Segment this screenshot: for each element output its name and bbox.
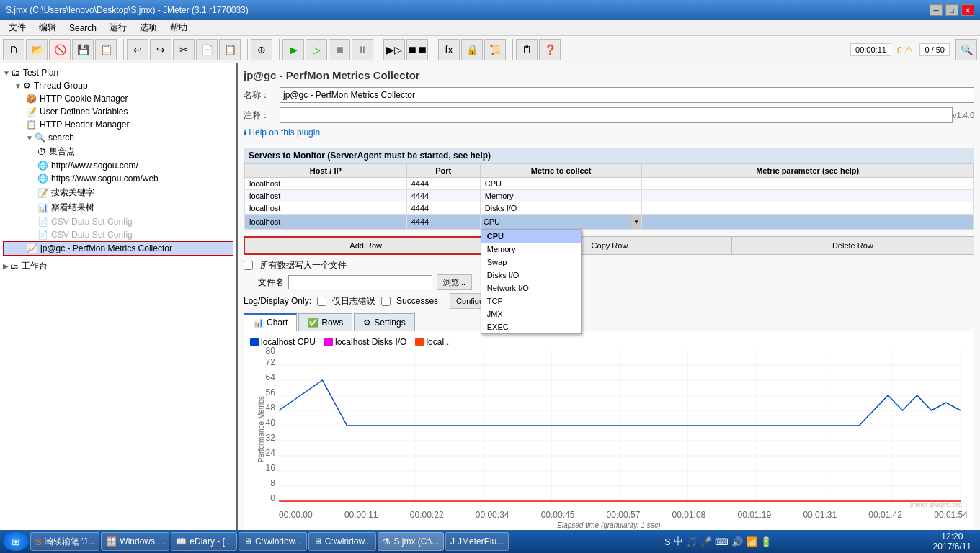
right-panel: jp@gc - PerfMon Metrics Collector 名称： 注释… <box>238 63 980 530</box>
function-helper[interactable]: fx <box>438 39 460 60</box>
tree-item-header[interactable]: 📋 HTTP Header Manager <box>3 118 233 131</box>
table-row-selected[interactable]: localhost 4444 ▼ <box>245 215 974 230</box>
minimize-button[interactable]: ─ <box>930 4 943 16</box>
dropdown-option-networkio[interactable]: Network I/O <box>481 282 581 295</box>
copy-button[interactable]: 📄 <box>196 39 218 60</box>
delete-row-button[interactable]: Delete Row <box>731 236 974 255</box>
dropdown-option-exec[interactable]: EXEC <box>481 320 581 333</box>
tree-item-csv2[interactable]: 📄 CSV Data Set Config <box>3 228 233 241</box>
x-axis: 00:00:00 00:00:11 00:00:22 00:00:34 00:0… <box>279 510 968 520</box>
tree-item-sogou1[interactable]: 🌐 http://www.sogou.com/ <box>3 159 233 172</box>
tree-item-testplan[interactable]: ▼ 🗂 Test Plan <box>3 66 233 79</box>
tree-item-keyword[interactable]: 📝 搜索关键字 <box>3 185 233 200</box>
save-as-button[interactable]: 📋 <box>95 39 117 60</box>
dropdown-option-swap[interactable]: Swap <box>481 256 581 269</box>
taskbar-item-3[interactable]: 🖥 C:\window... <box>239 532 307 551</box>
tab-rows[interactable]: ✅ Rows <box>298 313 352 331</box>
tree-label: 工作台 <box>22 260 48 272</box>
y-axis-label: Performance Metrics <box>257 396 265 462</box>
dropdown-option-cpu[interactable]: CPU <box>481 230 581 243</box>
table-row[interactable]: localhost 4444 Memory <box>245 190 974 202</box>
menu-options[interactable]: 选项 <box>134 20 163 35</box>
tree-label: 集合点 <box>49 145 75 158</box>
all-data-checkbox[interactable] <box>244 261 253 270</box>
cell-metric-dropdown[interactable]: ▼ CPU Memory Swap Disks I/O Network I/O <box>480 215 642 230</box>
tree-item-sogou2[interactable]: 🌐 https://www.sogou.com/web <box>3 172 233 185</box>
dropdown-option-jmx[interactable]: JMX <box>481 307 581 320</box>
taskbar-item-4[interactable]: 🖥 C:\window... <box>308 532 377 551</box>
stop-button[interactable]: ⏹ <box>329 39 350 60</box>
help-link[interactable]: Help on this plugin <box>249 127 320 138</box>
cell-param <box>642 215 974 230</box>
tab-chart[interactable]: 📊 Chart <box>244 313 297 331</box>
save-button[interactable]: 🚫 <box>49 39 71 60</box>
taskbar-item-6[interactable]: J JMeterPlu... <box>445 532 509 551</box>
filename-input[interactable] <box>288 275 432 289</box>
errors-checkbox[interactable] <box>317 297 326 306</box>
tree-item-csv1[interactable]: 📄 CSV Data Set Config <box>3 215 233 228</box>
taskbar-clock[interactable]: 12:20 2017/6/11 <box>927 531 977 552</box>
browse-button[interactable]: 浏览... <box>437 274 472 290</box>
expand-button[interactable]: ⊕ <box>251 39 272 60</box>
tab-settings[interactable]: ⚙ Settings <box>354 313 414 331</box>
all-data-label: 所有数据写入一个文件 <box>260 259 347 271</box>
tree-item-threadgroup[interactable]: ▼ ⚙ Thread Group <box>3 79 233 92</box>
new-button[interactable]: 🗋 <box>3 39 24 60</box>
taskbar-item-5[interactable]: ⚗ S.jmx (C:\... <box>378 532 444 551</box>
ssl-manager[interactable]: 🔒 <box>461 39 483 60</box>
save-file-button[interactable]: 💾 <box>72 39 94 60</box>
tree-item-uservars[interactable]: 📝 User Defined Variables <box>3 105 233 118</box>
template[interactable]: 🗒 <box>516 39 538 60</box>
remote-stop[interactable]: ⏹⏹ <box>406 39 428 60</box>
name-input[interactable] <box>280 87 974 103</box>
tree-item-cookie[interactable]: 🍪 HTTP Cookie Manager <box>3 92 233 105</box>
paste-button[interactable]: 📋 <box>219 39 241 60</box>
redo-button[interactable]: ↪ <box>150 39 172 60</box>
log-viewer[interactable]: 📜 <box>484 39 506 60</box>
tree-label: User Defined Variables <box>40 107 128 117</box>
metric-dropdown-input[interactable] <box>481 216 631 228</box>
close-button[interactable]: ✕ <box>961 4 974 16</box>
maximize-button[interactable]: □ <box>945 4 958 16</box>
taskbar-icon-4: 🖥 <box>313 536 322 547</box>
start-no-pause[interactable]: ▷ <box>306 39 327 60</box>
table-row[interactable]: localhost 4444 Disks I/O <box>245 202 974 215</box>
successes-checkbox[interactable] <box>381 297 391 306</box>
tree-item-rendezvous[interactable]: ⏱ 集合点 <box>3 144 233 159</box>
add-row-button[interactable]: Add Row <box>244 236 488 255</box>
menu-search[interactable]: Search <box>63 22 102 35</box>
open-button[interactable]: 📂 <box>26 39 48 60</box>
tree-item-workbench[interactable]: ▶ 🗂 工作台 <box>3 258 233 274</box>
undo-button[interactable]: ↩ <box>127 39 148 60</box>
header-icon: 📋 <box>26 120 37 130</box>
shutdown-button[interactable]: ⏸ <box>352 39 373 60</box>
dropdown-arrow-icon[interactable]: ▼ <box>630 215 641 229</box>
dropdown-option-diskio[interactable]: Disks I/O <box>481 269 581 282</box>
x-axis-label: Elapsed time (granularity: 1 sec) <box>250 521 968 529</box>
comment-input[interactable] <box>280 107 953 123</box>
taskbar-item-1[interactable]: 🪟 Windows ... <box>101 532 169 551</box>
tree-item-resultstree[interactable]: 📊 察看结果树 <box>3 200 233 215</box>
menu-file[interactable]: 文件 <box>3 20 32 35</box>
legend-cpu: localhost CPU <box>250 337 316 347</box>
servers-header: Servers to Monitor (ServerAgent must be … <box>244 148 974 163</box>
menu-run[interactable]: 运行 <box>104 20 133 35</box>
remote-start[interactable]: ▶▷ <box>383 39 405 60</box>
taskbar-item-0[interactable]: S 瀚镁输笔 'J... <box>30 532 99 551</box>
menu-help[interactable]: 帮助 <box>164 20 193 35</box>
zoom-button[interactable]: 🔍 <box>956 39 977 60</box>
tree-item-perfmon[interactable]: 📈 jp@gc - PerfMon Metrics Collector <box>3 241 233 256</box>
tree-item-search[interactable]: ▼ 🔍 search <box>3 131 233 144</box>
help-button[interactable]: ❓ <box>539 39 561 60</box>
svg-text:8: 8 <box>270 478 275 488</box>
csv-icon: 📄 <box>37 217 48 227</box>
dropdown-option-memory[interactable]: Memory <box>481 243 581 256</box>
start-button[interactable]: ⊞ <box>3 532 29 551</box>
taskbar-item-2[interactable]: 📖 eDiary - [... <box>171 532 237 551</box>
start-button[interactable]: ▶ <box>282 39 304 60</box>
dropdown-option-tcp[interactable]: TCP <box>481 295 581 307</box>
taskbar-label-5: S.jmx (C:\... <box>393 536 439 547</box>
table-row[interactable]: localhost 4444 CPU <box>245 178 974 190</box>
menu-edit[interactable]: 编辑 <box>33 20 62 35</box>
cut-button[interactable]: ✂ <box>173 39 195 60</box>
